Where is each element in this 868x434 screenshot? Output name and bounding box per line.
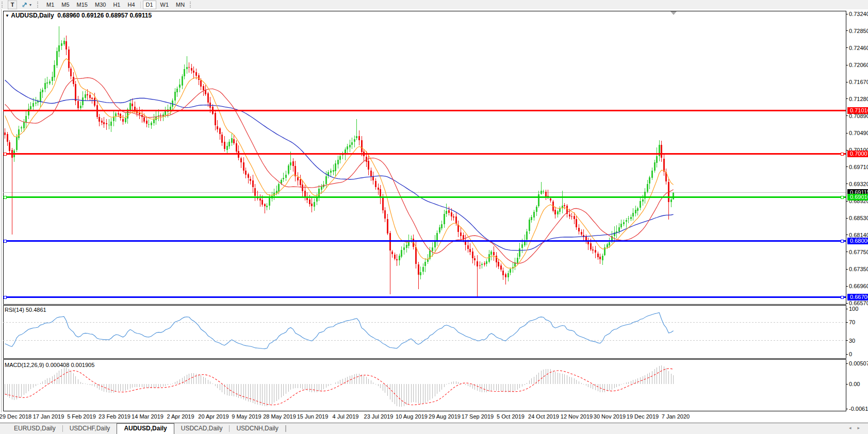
timeframe-button-mn[interactable]: MN — [173, 1, 188, 9]
title-dropdown-icon[interactable]: ▼ — [5, 13, 9, 18]
date-tick-label: 9 May 2019 — [232, 413, 261, 420]
date-tick-label: 12 Nov 2019 — [561, 413, 593, 420]
date-tick-label: 23 Jul 2019 — [364, 413, 394, 420]
price-tick-label: 0.70490 — [849, 130, 868, 136]
macd-indicator-label: MACD(12,26,9) 0.000408 0.001905 — [5, 362, 94, 368]
rsi-tick-label: 0 — [849, 351, 852, 357]
tab-scroll-arrows: ◂▸ — [849, 425, 866, 430]
price-tick-label: 0.71280 — [849, 96, 868, 102]
date-tick-label: 5 Feb 2019 — [67, 413, 96, 420]
timeframe-button-m30[interactable]: M30 — [92, 1, 109, 9]
date-tick-label: 23 Feb 2019 — [99, 413, 130, 420]
chart-tab-usdchf[interactable]: USDCHF,Daily — [63, 423, 117, 434]
date-tick-label: 4 Jul 2019 — [333, 413, 359, 420]
price-level-badge: 0.66706 — [847, 294, 868, 301]
date-tick-label: 2 Apr 2019 — [167, 413, 194, 420]
date-tick-label: 24 Oct 2019 — [528, 413, 559, 420]
price-tick-label: 0.72850 — [849, 28, 868, 34]
toolbar-divider — [140, 2, 141, 8]
date-tick-label: 17 Jan 2019 — [33, 413, 64, 420]
chart-tab-bar: EURUSD,DailyUSDCHF,DailyAUDUSD,DailyUSDC… — [0, 423, 868, 434]
chart-tab-eurusd[interactable]: EURUSD,Daily — [7, 423, 62, 434]
tab-spacer — [0, 423, 7, 434]
price-tick-label: 0.69320 — [849, 181, 868, 187]
chart-tab-audusd[interactable]: AUDUSD,Daily — [117, 423, 174, 434]
timeframe-button-m5[interactable]: M5 — [58, 1, 72, 9]
toolbar-grip — [2, 2, 5, 8]
date-tick-label: 14 Mar 2019 — [132, 413, 163, 420]
chart-tab-usdcad[interactable]: USDCAD,Daily — [174, 423, 230, 434]
price-level-badge: 0.69010 — [847, 194, 868, 201]
price-level-badge: 0.71016 — [847, 107, 868, 114]
price-tick-label: 0.67750 — [849, 249, 868, 255]
timeframe-button-m15[interactable]: M15 — [74, 1, 91, 9]
symbol-period-label: AUDUSD,Daily — [11, 12, 54, 19]
price-tick-label: 0.69710 — [849, 164, 868, 170]
macd-tick-label: -0.006148 — [849, 406, 868, 412]
price-level-badge: 0.68000 — [847, 238, 868, 244]
date-tick-label: 15 Jun 2019 — [297, 413, 329, 420]
date-tick-label: 17 Sep 2019 — [462, 413, 494, 420]
date-tick-label: 19 Dec 2019 — [627, 413, 659, 420]
date-tick-label: 20 Apr 2019 — [198, 413, 228, 420]
price-tick-label: 0.68140 — [849, 232, 868, 238]
date-tick-label: 5 Oct 2019 — [497, 413, 525, 420]
date-tick-label: 7 Jan 2020 — [662, 413, 690, 420]
rsi-indicator-label: RSI(14) 50.4861 — [5, 307, 46, 313]
price-tick-label: 0.71670 — [849, 79, 868, 85]
date-tick-label: 10 Aug 2019 — [396, 413, 428, 420]
price-tick-label: 0.67350 — [849, 266, 868, 272]
chart-title: ▼ AUDUSD,Daily 0.68960 0.69126 0.68957 0… — [5, 12, 152, 19]
chart-shift-marker[interactable] — [670, 11, 677, 15]
crosshair-arrows-icon — [22, 2, 28, 8]
price-level-badge: 0.70007 — [847, 151, 868, 157]
price-chart-canvas[interactable] — [0, 9, 868, 412]
timeframe-button-w1[interactable]: W1 — [157, 1, 172, 9]
date-tick-label: 29 Aug 2019 — [429, 413, 461, 420]
macd-tick-label: 0.005076 — [849, 360, 868, 366]
date-tick-label: 29 Dec 2018 — [0, 413, 31, 420]
chart-tab-usdcnh[interactable]: USDCNH,Daily — [230, 423, 285, 434]
timeframe-button-h4[interactable]: H4 — [124, 1, 138, 9]
top-toolbar: T ▾ M1M5M15M30H1H4D1W1MN — [0, 0, 868, 10]
tab-divider — [286, 425, 286, 432]
tab-scroll-left-icon[interactable]: ◂ — [849, 425, 858, 430]
chevron-down-icon: ▾ — [29, 1, 31, 9]
rsi-tick-label: 100 — [849, 306, 858, 312]
chart-stage[interactable]: ▼ AUDUSD,Daily 0.68960 0.69126 0.68957 0… — [0, 9, 868, 412]
crosshair-cursor-button[interactable]: ▾ — [19, 1, 35, 9]
toolbar-grip — [190, 2, 193, 8]
toolbar-grip — [37, 2, 41, 8]
timeframe-button-m1[interactable]: M1 — [43, 1, 57, 9]
date-tick-label: 28 May 2019 — [263, 413, 296, 420]
price-tick-label: 0.68530 — [849, 215, 868, 221]
timeframe-button-d1[interactable]: D1 — [143, 1, 156, 9]
price-tick-label: 0.72460 — [849, 45, 868, 51]
rsi-tick-label: 30 — [849, 338, 855, 344]
timeframe-button-h1[interactable]: H1 — [110, 1, 123, 9]
macd-tick-label: 0.00 — [849, 381, 860, 387]
price-tick-label: 0.73240 — [849, 11, 868, 17]
rsi-tick-label: 70 — [849, 319, 855, 325]
text-tool-button[interactable]: T — [8, 1, 17, 9]
ohlc-values: 0.68960 0.69126 0.68957 0.69115 — [57, 12, 152, 19]
price-tick-label: 0.72060 — [849, 62, 868, 68]
date-tick-label: 30 Nov 2019 — [594, 413, 626, 420]
tab-scroll-right-icon[interactable]: ▸ — [857, 425, 866, 430]
price-tick-label: 0.66960 — [849, 283, 868, 289]
